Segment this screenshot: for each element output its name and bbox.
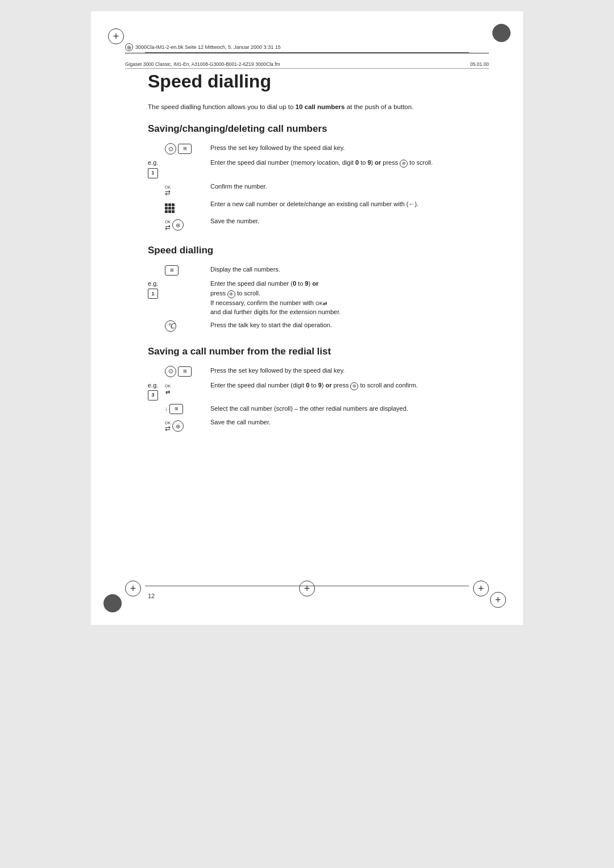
- header-right: 05.01.00: [470, 61, 489, 67]
- intro-text: The speed dialling function allows you t…: [148, 103, 296, 110]
- desc-cell: Enter the speed dial number (digit 0 to …: [210, 379, 483, 402]
- icon-cell: ⊞: [165, 263, 210, 277]
- ok-arrows-icon: OK ⇄: [165, 185, 171, 196]
- table-row: e.g. 1 Enter the speed dial number (0 to…: [148, 277, 483, 319]
- section-heading-saving-changing: Saving/changing/deleting call numbers: [148, 123, 483, 135]
- main-content: Speed dialling The speed dialling functi…: [148, 71, 483, 579]
- corner-decoration-top-right: [492, 24, 511, 42]
- speed-dial-key-icon-2: ⊞: [178, 366, 192, 377]
- table-row: ⊙ ⊞ Press the set key followed by the sp…: [148, 141, 483, 156]
- desc-cell: Confirm the number.: [210, 180, 483, 198]
- file-info-text: 3000Cla-IM1-2-en.bk Seite 12 Mittwoch, 5…: [135, 44, 281, 50]
- table-row: OK ⇄ Confirm the number.: [148, 180, 483, 198]
- eg-cell: [148, 198, 165, 215]
- desc-cell: Enter the speed dial number (0 to 9) or …: [210, 277, 483, 319]
- saving-changing-table: ⊙ ⊞ Press the set key followed by the sp…: [148, 141, 483, 232]
- desc-cell: Press the talk key to start the dial ope…: [210, 319, 483, 333]
- key1-icon: 1: [148, 289, 158, 299]
- desc-cell: Display the call numbers.: [210, 263, 483, 277]
- eg-cell: e.g. 3: [148, 379, 165, 402]
- table-row: OK ⇄ ⊛ Save the number.: [148, 215, 483, 233]
- scroll-icon-2: ⊛: [227, 290, 235, 298]
- eg-cell: [148, 364, 165, 379]
- icon-cell: OK ⇄ ⊛: [165, 215, 210, 233]
- icon-cell: ↓ ⊞: [165, 402, 210, 416]
- bottom-reg-bar: [125, 581, 489, 596]
- intro-text2: at the push of a button.: [345, 103, 414, 110]
- ok-plus-circular-icon: OK ⇄ ⊛: [165, 219, 184, 231]
- down-arrow-icon: ↓: [165, 404, 168, 413]
- desc-cell: Enter the speed dial number (memory loca…: [210, 156, 483, 180]
- ok-inline-icon: OK⇄: [316, 301, 327, 306]
- ok-icon: OK ⇄: [165, 220, 171, 231]
- redial-table: ⊙ ⊞ Press the set key followed by the sp…: [148, 364, 483, 434]
- reg-mark-bottom-center: [299, 581, 315, 596]
- scroll-icon-3: ⊛: [350, 382, 358, 390]
- icon-cell: OK ⇄: [165, 180, 210, 198]
- speed-key-icon: ⊞: [165, 265, 179, 276]
- reg-mark-bottom-right-bar: [473, 581, 489, 596]
- icon-set-plus-speed: ⊙ ⊞: [165, 143, 192, 155]
- section-heading-speed-dialling: Speed dialling: [148, 245, 483, 256]
- set-key-icon-2: ⊙: [165, 366, 176, 377]
- section-heading-redial: Saving a call number from the redial lis…: [148, 346, 483, 357]
- reg-mark-bottom-left-bar: [125, 581, 141, 596]
- table-row: Enter a new call number or delete/change…: [148, 198, 483, 215]
- icon-set-plus-speed-2: ⊙ ⊞: [165, 366, 192, 377]
- speed-dialling-table: ⊞ Display the call numbers. e.g. 1 Enter…: [148, 263, 483, 333]
- reg-mark-top-left: [108, 28, 124, 44]
- eg-cell: [148, 141, 165, 156]
- desc-cell: Enter a new call number or delete/change…: [210, 198, 483, 215]
- scroll-speed-icon: ↓ ⊞: [165, 404, 183, 414]
- grid-keypad-icon: [165, 203, 175, 213]
- speed-key-with-arrow: ⊞: [169, 404, 183, 414]
- icon-cell: ℃: [165, 319, 210, 333]
- reg-mark-bottom-right: [490, 592, 506, 608]
- intro-bold: 10 call numbers: [296, 103, 345, 110]
- table-row: e.g. 3 OK ⇄ Enter the speed dial number …: [148, 379, 483, 402]
- icon-cell: ⊙ ⊞: [165, 364, 210, 379]
- corner-decoration-bottom-left: [103, 594, 122, 612]
- table-row: ↓ ⊞ Select the call number (scroll) – th…: [148, 402, 483, 416]
- desc-cell: Press the set key followed by the speed …: [210, 141, 483, 156]
- circular-save-icon-2: ⊛: [172, 420, 184, 432]
- key1-icon: 1: [148, 168, 158, 178]
- desc-cell: Save the call number.: [210, 416, 483, 434]
- page-title: Speed dialling: [148, 71, 483, 92]
- scroll-icon: ⊛: [400, 160, 408, 168]
- desc-cell: Save the number.: [210, 215, 483, 233]
- eg-cell: [148, 416, 165, 434]
- table-row: ⊙ ⊞ Press the set key followed by the sp…: [148, 364, 483, 379]
- top-decorative-line: [145, 52, 469, 53]
- eg-cell: e.g. 1: [148, 277, 165, 319]
- speed-dial-key-icon: ⊞: [178, 144, 192, 154]
- document-page: ⊕ 3000Cla-IM1-2-en.bk Seite 12 Mittwoch,…: [91, 11, 523, 625]
- key3-icon: 3: [148, 390, 158, 400]
- keypad-grid: [165, 203, 175, 213]
- header-line: Gigaset 3000 Classic, IM1-En, A31008-G30…: [125, 61, 489, 69]
- icon-cell: [165, 277, 210, 319]
- icon-cell: OK ⇄ ⊛: [165, 416, 210, 434]
- set-key-icon: ⊙: [165, 143, 176, 155]
- circular-save-icon: ⊛: [172, 219, 184, 231]
- eg-cell: [148, 402, 165, 416]
- talk-key-icon: ℃: [165, 320, 176, 332]
- table-row: ℃ Press the talk key to start the dial o…: [148, 319, 483, 333]
- table-row: ⊞ Display the call numbers.: [148, 263, 483, 277]
- desc-cell: Select the call number (scroll) – the ot…: [210, 402, 483, 416]
- eg-cell: [148, 263, 165, 277]
- ok-icon-small: OK ⇄: [165, 384, 171, 397]
- eg-cell: [148, 215, 165, 233]
- ok-plus-circular-icon-2: OK ⇄ ⊛: [165, 420, 184, 432]
- icon-cell: [165, 156, 210, 180]
- desc-cell: Press the set key followed by the speed …: [210, 364, 483, 379]
- eg-cell: e.g. 1: [148, 156, 165, 180]
- table-row: e.g. 1 Enter the speed dial number (memo…: [148, 156, 483, 180]
- table-row: OK ⇄ ⊛ Save the call number.: [148, 416, 483, 434]
- icon-cell: ⊙ ⊞: [165, 141, 210, 156]
- ok-icon-3: OK ⇄: [165, 421, 171, 432]
- icon-cell: [165, 198, 210, 215]
- header-left: Gigaset 3000 Classic, IM1-En, A31008-G30…: [125, 61, 280, 67]
- icon-cell: OK ⇄: [165, 379, 210, 402]
- reg-mark-small-top: ⊕: [125, 43, 133, 51]
